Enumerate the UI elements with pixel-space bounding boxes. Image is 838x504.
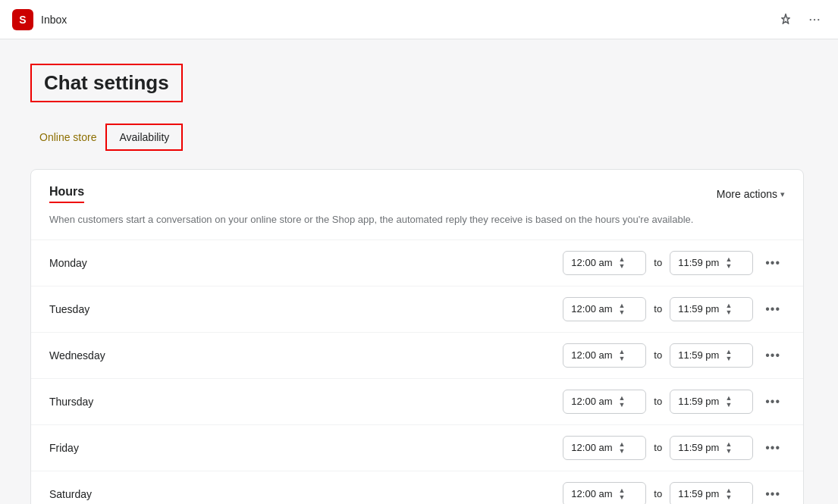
start-time-arrows-5: ▲▼ xyxy=(619,487,626,501)
more-options-button[interactable] xyxy=(803,8,826,31)
day-label: Friday xyxy=(49,442,125,454)
page-title-wrapper: Chat settings xyxy=(30,64,183,102)
table-row: Thursday 12:00 am ▲▼ to 11:59 pm ▲▼ ••• xyxy=(31,378,803,424)
start-time-arrows-0: ▲▼ xyxy=(619,256,626,270)
end-time-select-2[interactable]: 11:59 pm ▲▼ xyxy=(670,343,753,368)
table-row: Monday 12:00 am ▲▼ to 11:59 pm ▲▼ ••• xyxy=(31,239,803,286)
logo-letter: S xyxy=(19,14,26,26)
row-more-button-5[interactable]: ••• xyxy=(761,484,785,504)
end-time-select-3[interactable]: 11:59 pm ▲▼ xyxy=(670,390,753,414)
svg-point-1 xyxy=(814,18,815,20)
end-time-select-5[interactable]: 11:59 pm ▲▼ xyxy=(670,482,753,505)
tab-availability[interactable]: Availability xyxy=(105,124,183,151)
more-actions-button[interactable]: More actions ▾ xyxy=(717,188,785,200)
start-time-arrows-2: ▲▼ xyxy=(619,349,626,362)
card-header: Hours More actions ▾ xyxy=(31,170,803,212)
start-time-arrows-4: ▲▼ xyxy=(619,441,626,455)
start-time-select-3[interactable]: 12:00 am ▲▼ xyxy=(563,390,646,414)
day-label: Saturday xyxy=(49,488,125,500)
row-more-button-3[interactable]: ••• xyxy=(761,392,785,412)
table-row: Saturday 12:00 am ▲▼ to 11:59 pm ▲▼ ••• xyxy=(31,471,803,505)
topbar-left: S Inbox xyxy=(12,9,67,30)
to-separator: to xyxy=(654,396,662,407)
to-separator: to xyxy=(654,442,662,453)
to-separator: to xyxy=(654,303,662,315)
svg-point-2 xyxy=(818,18,819,20)
tab-online-store[interactable]: Online store xyxy=(30,125,105,149)
tabs: Online store Availability xyxy=(30,124,808,151)
pin-button[interactable] xyxy=(774,8,797,31)
end-time-arrows-4: ▲▼ xyxy=(725,441,732,455)
app-title: Inbox xyxy=(41,14,67,26)
table-row: Wednesday 12:00 am ▲▼ to 11:59 pm ▲▼ ••• xyxy=(31,332,803,378)
start-time-arrows-1: ▲▼ xyxy=(619,302,626,316)
svg-point-0 xyxy=(810,18,811,20)
to-separator: to xyxy=(654,257,662,268)
time-controls: 12:00 am ▲▼ to 11:59 pm ▲▼ ••• xyxy=(563,297,785,321)
start-time-select-4[interactable]: 12:00 am ▲▼ xyxy=(563,436,646,460)
hours-card: Hours More actions ▾ When customers star… xyxy=(30,169,804,504)
day-label: Thursday xyxy=(49,396,125,408)
end-time-arrows-0: ▲▼ xyxy=(725,256,732,270)
end-time-arrows-1: ▲▼ xyxy=(725,302,732,316)
end-time-arrows-3: ▲▼ xyxy=(725,395,732,409)
end-time-select-4[interactable]: 11:59 pm ▲▼ xyxy=(670,436,753,460)
row-more-button-2[interactable]: ••• xyxy=(761,346,785,365)
day-label: Monday xyxy=(49,257,125,269)
time-controls: 12:00 am ▲▼ to 11:59 pm ▲▼ ••• xyxy=(563,390,785,414)
topbar: S Inbox xyxy=(0,0,838,39)
pin-icon xyxy=(779,13,792,27)
end-time-select-0[interactable]: 11:59 pm ▲▼ xyxy=(670,251,753,275)
ellipsis-icon xyxy=(808,13,821,27)
row-more-button-4[interactable]: ••• xyxy=(761,438,785,458)
start-time-arrows-3: ▲▼ xyxy=(619,395,626,409)
table-row: Friday 12:00 am ▲▼ to 11:59 pm ▲▼ ••• xyxy=(31,424,803,471)
shopify-logo: S xyxy=(12,9,33,30)
start-time-select-0[interactable]: 12:00 am ▲▼ xyxy=(563,251,646,275)
start-time-select-1[interactable]: 12:00 am ▲▼ xyxy=(563,297,646,321)
start-time-select-5[interactable]: 12:00 am ▲▼ xyxy=(563,482,646,505)
chevron-down-icon: ▾ xyxy=(780,189,785,199)
table-row: Tuesday 12:00 am ▲▼ to 11:59 pm ▲▼ ••• xyxy=(31,286,803,332)
page-title: Chat settings xyxy=(44,71,169,95)
start-time-select-2[interactable]: 12:00 am ▲▼ xyxy=(563,343,646,368)
time-controls: 12:00 am ▲▼ to 11:59 pm ▲▼ ••• xyxy=(563,343,785,368)
card-description: When customers start a conversation on y… xyxy=(31,212,803,239)
to-separator: to xyxy=(654,349,662,361)
time-controls: 12:00 am ▲▼ to 11:59 pm ▲▼ ••• xyxy=(563,251,785,275)
end-time-select-1[interactable]: 11:59 pm ▲▼ xyxy=(670,297,753,321)
time-controls: 12:00 am ▲▼ to 11:59 pm ▲▼ ••• xyxy=(563,436,785,460)
main-content: Chat settings Online store Availability … xyxy=(0,39,838,504)
day-label: Tuesday xyxy=(49,303,125,315)
row-more-button-0[interactable]: ••• xyxy=(761,253,785,273)
time-controls: 12:00 am ▲▼ to 11:59 pm ▲▼ ••• xyxy=(563,482,785,505)
row-more-button-1[interactable]: ••• xyxy=(761,299,785,319)
end-time-arrows-2: ▲▼ xyxy=(725,349,732,362)
day-label: Wednesday xyxy=(49,349,125,362)
end-time-arrows-5: ▲▼ xyxy=(725,487,732,501)
topbar-right xyxy=(774,8,826,31)
hours-rows: Monday 12:00 am ▲▼ to 11:59 pm ▲▼ ••• Tu… xyxy=(31,239,803,505)
to-separator: to xyxy=(654,488,662,499)
card-title: Hours xyxy=(49,185,84,203)
